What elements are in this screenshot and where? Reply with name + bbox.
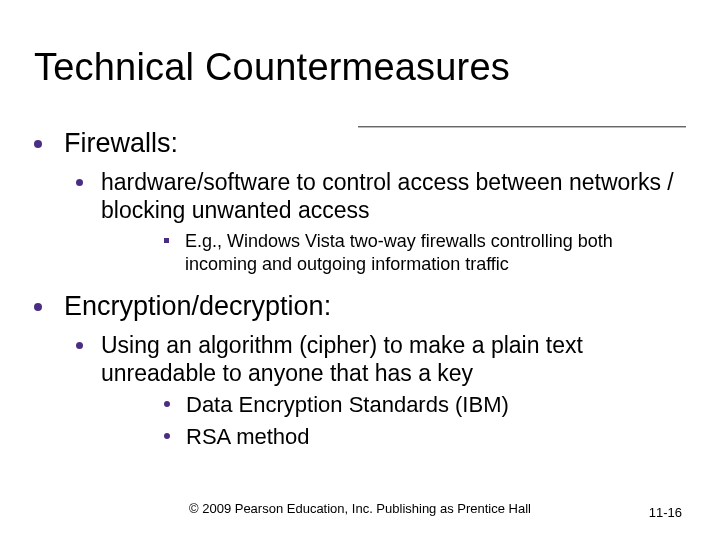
body-text: Using an algorithm (cipher) to make a pl… xyxy=(101,332,686,387)
bullet-icon xyxy=(164,401,170,407)
square-bullet-icon xyxy=(164,238,169,243)
body-text: hardware/software to control access betw… xyxy=(101,169,686,224)
body-text: RSA method xyxy=(186,423,310,451)
list-item: RSA method xyxy=(164,423,686,451)
list-item: Data Encryption Standards (IBM) xyxy=(164,391,686,419)
section-heading: Encryption/decryption: xyxy=(64,291,331,322)
list-item: E.g., Windows Vista two-way firewalls co… xyxy=(164,230,686,275)
footer-copyright: © 2009 Pearson Education, Inc. Publishin… xyxy=(0,501,720,516)
list-item: Using an algorithm (cipher) to make a pl… xyxy=(76,332,686,450)
list-item: hardware/software to control access betw… xyxy=(76,169,686,275)
bullet-icon xyxy=(34,140,42,148)
body-text: E.g., Windows Vista two-way firewalls co… xyxy=(185,230,686,275)
slide-title: Technical Countermeasures xyxy=(34,48,686,88)
slide: Technical Countermeasures Firewalls: har… xyxy=(0,0,720,540)
bullet-icon xyxy=(164,433,170,439)
list-item: Encryption/decryption: Using an algorith… xyxy=(34,291,686,450)
list-item: Firewalls: hardware/software to control … xyxy=(34,128,686,275)
bullet-icon xyxy=(34,303,42,311)
body-text: Data Encryption Standards (IBM) xyxy=(186,391,509,419)
page-number: 11-16 xyxy=(649,505,682,520)
slide-content: Firewalls: hardware/software to control … xyxy=(34,128,686,450)
title-underline xyxy=(358,126,686,128)
section-heading: Firewalls: xyxy=(64,128,178,159)
bullet-icon xyxy=(76,179,83,186)
bullet-icon xyxy=(76,342,83,349)
